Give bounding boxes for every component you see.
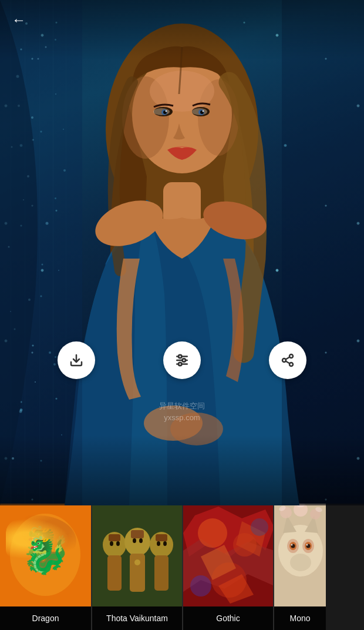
svg-rect-99 [183, 504, 273, 606]
style-label-gothic: Gothic [183, 606, 273, 630]
style-item-dragon[interactable]: 🐉 Dragon [0, 504, 91, 630]
watermark: 异星软件空间 yxssp.com [159, 400, 205, 423]
svg-line-64 [286, 357, 290, 360]
svg-point-59 [178, 363, 181, 366]
svg-rect-119 [274, 504, 326, 606]
share-button[interactable] [269, 341, 306, 379]
action-bar [0, 341, 364, 379]
settings-button[interactable] [163, 341, 201, 379]
share-icon [281, 353, 295, 367]
svg-text:🐉: 🐉 [20, 524, 72, 573]
style-item-gothic[interactable]: Gothic [182, 504, 273, 630]
back-button[interactable]: ← [12, 13, 26, 27]
svg-point-44 [166, 110, 167, 112]
style-label-dragon: Dragon [0, 606, 91, 630]
download-icon [69, 353, 83, 367]
style-item-thota[interactable]: Thota Vaikuntam [91, 504, 182, 630]
app-container: ← 异星软件空间 yxssp.com [0, 0, 364, 630]
watermark-line1: 异星软件空间 [159, 400, 205, 412]
style-label-mono: Mono [274, 606, 326, 630]
style-thumb-mono [274, 504, 326, 606]
style-label-thota: Thota Vaikuntam [92, 606, 182, 630]
svg-rect-52 [282, 0, 364, 505]
style-strip: 🐉 Dragon [0, 504, 364, 630]
svg-rect-87 [92, 504, 182, 606]
watermark-line2: yxssp.com [159, 412, 205, 424]
svg-point-58 [183, 358, 186, 361]
svg-point-57 [178, 355, 181, 358]
style-thumb-gothic [183, 504, 273, 606]
download-button[interactable] [58, 341, 95, 379]
svg-line-63 [286, 361, 290, 364]
svg-rect-51 [0, 0, 82, 505]
main-image-area: ← 异星软件空间 yxssp.com [0, 0, 364, 505]
style-thumb-thota [92, 504, 182, 606]
svg-point-45 [203, 110, 204, 112]
style-item-mono[interactable]: Mono [273, 504, 326, 630]
svg-rect-68 [0, 504, 91, 606]
style-thumb-dragon: 🐉 [0, 504, 91, 606]
sliders-icon [174, 353, 190, 368]
portrait-svg [0, 0, 364, 505]
